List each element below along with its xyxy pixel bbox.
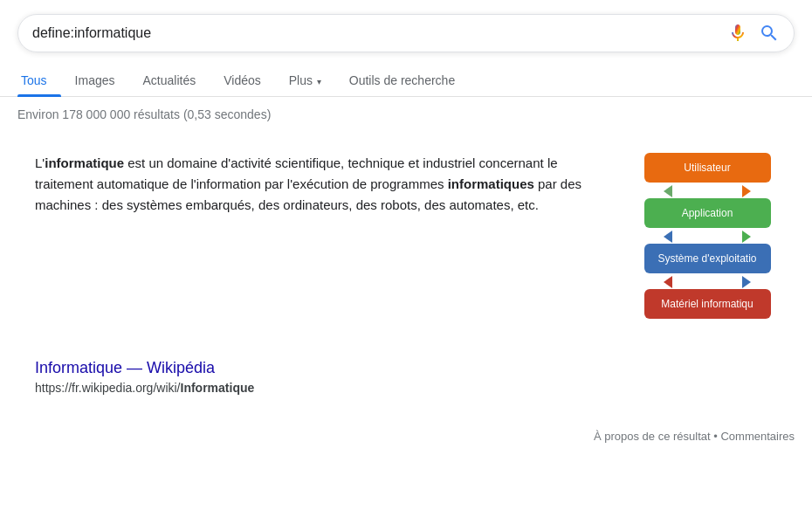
- footer-text: À propos de ce résultat: [594, 430, 711, 443]
- tab-plus[interactable]: Plus ▾: [275, 65, 335, 96]
- definition-card: L'informatique est un domaine d'activité…: [17, 139, 795, 334]
- arrow-right-icon-2: [742, 231, 751, 243]
- def-bold1: informatique: [45, 155, 124, 170]
- arrow-right-icon-3: [742, 276, 751, 288]
- results-info: Environ 178 000 000 résultats (0,53 seco…: [0, 97, 812, 132]
- wiki-url: https://fr.wikipedia.org/wiki/Informatiq…: [35, 381, 795, 395]
- tab-videos[interactable]: Vidéos: [210, 65, 275, 96]
- tab-outils[interactable]: Outils de recherche: [335, 65, 469, 96]
- def-bold2: informatiques: [448, 176, 534, 191]
- tab-images[interactable]: Images: [61, 65, 129, 96]
- wiki-url-bold: Informatique: [181, 381, 255, 395]
- arrow-left-icon: [664, 185, 672, 197]
- search-bar-container: define:informatique: [0, 0, 812, 52]
- nav-tabs: Tous Images Actualités Vidéos Plus ▾ Out…: [0, 58, 812, 97]
- diagram: Utilisateur Application Système d'exploi…: [637, 153, 777, 321]
- diagram-arrows-3: [664, 276, 751, 288]
- def-text-before-bold1: L': [35, 155, 45, 170]
- diagram-box-systeme: Système d'exploitatio: [644, 244, 771, 273]
- search-icons: [727, 23, 780, 44]
- search-input[interactable]: define:informatique: [32, 25, 720, 41]
- diagram-arrows-2: [664, 231, 751, 243]
- definition-text: L'informatique est un domaine d'activité…: [35, 153, 616, 321]
- diagram-arrows-1: [664, 185, 751, 197]
- mic-icon[interactable]: [727, 23, 748, 44]
- diagram-box-utilisateur: Utilisateur: [644, 153, 771, 183]
- footer-link[interactable]: Commentaires: [720, 430, 795, 443]
- arrow-right-icon: [742, 185, 751, 197]
- tab-actualites[interactable]: Actualités: [129, 65, 210, 96]
- search-icon[interactable]: [759, 23, 780, 44]
- wiki-section: Informatique — Wikipédia https://fr.wiki…: [0, 341, 812, 402]
- footer-note: À propos de ce résultat • Commentaires: [0, 419, 812, 453]
- diagram-box-materiel: Matériel informatiqu: [644, 289, 771, 319]
- tab-tous[interactable]: Tous: [17, 65, 61, 96]
- wiki-link[interactable]: Informatique — Wikipédia: [35, 359, 215, 376]
- arrow-left-icon-3: [664, 276, 672, 288]
- search-bar: define:informatique: [17, 14, 795, 52]
- dropdown-arrow-icon: ▾: [314, 77, 321, 86]
- arrow-left-icon-2: [664, 231, 672, 243]
- diagram-box-application: Application: [644, 198, 771, 228]
